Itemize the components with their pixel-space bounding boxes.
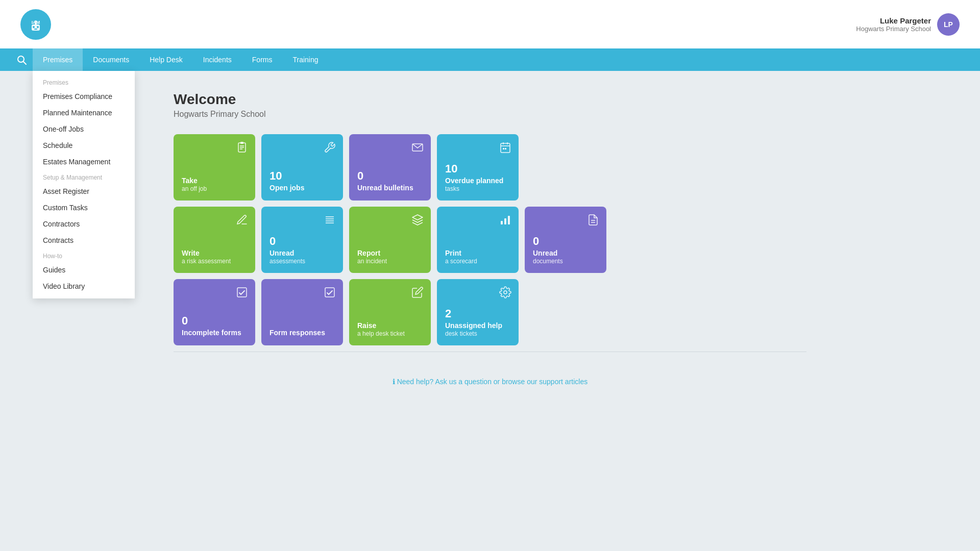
dropdown-item-guides[interactable]: Guides — [33, 262, 135, 278]
nav-item-helpdesk[interactable]: Help Desk — [139, 48, 193, 71]
nav-label-helpdesk: Help Desk — [150, 56, 183, 64]
tile-incomplete-number: 0 — [182, 315, 247, 327]
dropdown-item-estates[interactable]: Estates Management — [33, 154, 135, 170]
help-footer: ℹ Need help? Ask us a question or browse… — [174, 362, 806, 401]
tile-raise-ticket[interactable]: Raise a help desk ticket — [349, 279, 431, 345]
checkbox-icon — [236, 286, 248, 302]
header: IAM Luke Pargeter Hogwarts Primary Schoo… — [0, 0, 980, 48]
search-button[interactable] — [10, 48, 33, 71]
tile-docs-number: 0 — [533, 236, 598, 247]
tile-report-incident[interactable]: Report an incident — [349, 207, 431, 273]
dropdown-item-planned[interactable]: Planned Maintenance — [33, 105, 135, 121]
form-check-icon — [324, 286, 336, 302]
raise-icon — [411, 286, 424, 302]
tile-take-job[interactable]: Take an off job — [174, 134, 255, 201]
content-divider — [174, 352, 806, 352]
welcome-section: Welcome Hogwarts Primary School — [174, 91, 806, 119]
gear-icon — [499, 286, 511, 302]
tile-unassigned-number: 2 — [445, 308, 510, 319]
tile-open-jobs-number: 10 — [270, 170, 335, 182]
dropdown-item-compliance[interactable]: Premises Compliance — [33, 88, 135, 105]
premises-dropdown: Premises Premises Compliance Planned Mai… — [33, 71, 135, 298]
avatar[interactable]: LP — [937, 13, 960, 36]
dropdown-item-contracts[interactable]: Contracts — [33, 232, 135, 248]
tile-print-title: Print — [445, 249, 510, 258]
logo-area: IAM — [20, 9, 51, 40]
tile-take-subtitle: an off job — [182, 185, 247, 192]
welcome-subtitle: Hogwarts Primary School — [174, 110, 806, 119]
tile-overdue-tasks[interactable]: 10 Overdue planned tasks — [437, 134, 519, 201]
tile-bulletins-title: Unread bulletins — [357, 184, 423, 192]
dropdown-section-premises: Premises — [33, 75, 135, 88]
list-icon — [324, 214, 336, 229]
tile-unassigned-tickets[interactable]: 2 Unassigned help desk tickets — [437, 279, 519, 345]
svg-rect-6 — [35, 22, 37, 24]
dropdown-item-asset[interactable]: Asset Register — [33, 183, 135, 199]
svg-point-4 — [37, 26, 39, 28]
tile-write-assessment[interactable]: Write a risk assessment — [174, 207, 255, 273]
user-name: Luke Pargeter — [856, 16, 931, 25]
svg-rect-5 — [34, 29, 37, 30]
tiles-row-2: Write a risk assessment 0 Unread assessm… — [174, 207, 806, 273]
tile-print-scorecard[interactable]: Print a scorecard — [437, 207, 519, 273]
welcome-title: Welcome — [174, 91, 806, 108]
svg-rect-28 — [508, 216, 510, 224]
tile-unread-bulletins[interactable]: 0 Unread bulletins — [349, 134, 431, 201]
dropdown-section-setup: Setup & Management — [33, 170, 135, 183]
nav-label-incidents: Incidents — [203, 56, 232, 64]
tile-docs-title: Unread — [533, 249, 598, 258]
user-info: Luke Pargeter Hogwarts Primary School — [856, 16, 931, 33]
tile-incomplete-title: Incomplete forms — [182, 329, 247, 337]
tile-bulletins-number: 0 — [357, 170, 423, 182]
dropdown-item-custom[interactable]: Custom Tasks — [33, 199, 135, 216]
tile-write-subtitle: a risk assessment — [182, 258, 247, 265]
report-icon — [411, 214, 424, 229]
nav-item-training[interactable]: Training — [282, 48, 328, 71]
dropdown-item-contractors[interactable]: Contractors — [33, 216, 135, 232]
tile-raise-title: Raise — [357, 321, 423, 330]
nav-item-documents[interactable]: Documents — [83, 48, 139, 71]
navbar: Premises Premises Premises Compliance Pl… — [0, 48, 980, 71]
tile-raise-subtitle: a help desk ticket — [357, 330, 423, 337]
tile-open-jobs-title: Open jobs — [270, 184, 335, 192]
tile-open-jobs[interactable]: 10 Open jobs — [261, 134, 343, 201]
nav-item-forms[interactable]: Forms — [242, 48, 283, 71]
tile-unassigned-subtitle: desk tickets — [445, 330, 510, 337]
tile-overdue-number: 10 — [445, 163, 510, 174]
logo: IAM — [20, 9, 51, 40]
tile-unread-assessments[interactable]: 0 Unread assessments — [261, 207, 343, 273]
svg-rect-31 — [237, 288, 247, 297]
tile-write-title: Write — [182, 249, 247, 258]
nav-label-premises: Premises — [43, 56, 72, 64]
dropdown-item-oneoff[interactable]: One-off Jobs — [33, 121, 135, 137]
tile-incomplete-forms[interactable]: 0 Incomplete forms — [174, 279, 255, 345]
calendar-icon — [499, 141, 511, 157]
tile-take-title: Take — [182, 177, 247, 185]
tile-form-responses[interactable]: Form responses — [261, 279, 343, 345]
svg-point-3 — [33, 26, 35, 28]
wrench-icon — [324, 141, 336, 157]
dropdown-item-schedule[interactable]: Schedule — [33, 137, 135, 154]
mail-icon — [411, 141, 424, 157]
svg-rect-26 — [501, 221, 503, 224]
chart-icon — [499, 214, 511, 229]
nav-label-forms: Forms — [252, 56, 273, 64]
tiles-row-1: Take an off job 10 Open jobs 0 Unread bu… — [174, 134, 806, 201]
nav-item-incidents[interactable]: Incidents — [193, 48, 242, 71]
tile-unassigned-title: Unassigned help — [445, 321, 510, 330]
tiles-row-3: 0 Incomplete forms Form responses Raise — [174, 279, 806, 345]
tile-overdue-subtitle: tasks — [445, 185, 510, 192]
tile-docs-subtitle: documents — [533, 258, 598, 265]
clipboard-icon — [236, 141, 248, 157]
user-school: Hogwarts Primary School — [856, 25, 931, 33]
dropdown-item-video[interactable]: Video Library — [33, 278, 135, 294]
tile-overdue-title: Overdue planned — [445, 177, 510, 185]
nav-label-training: Training — [292, 56, 318, 64]
nav-item-premises[interactable]: Premises Premises Premises Compliance Pl… — [33, 48, 83, 71]
tile-unread-documents[interactable]: 0 Unread documents — [525, 207, 606, 273]
tile-assessments-title: Unread — [270, 249, 335, 258]
document-icon — [587, 214, 599, 229]
tile-assessments-number: 0 — [270, 236, 335, 247]
help-link[interactable]: Need help? Ask us a question or browse o… — [397, 378, 588, 386]
svg-rect-20 — [503, 148, 504, 149]
